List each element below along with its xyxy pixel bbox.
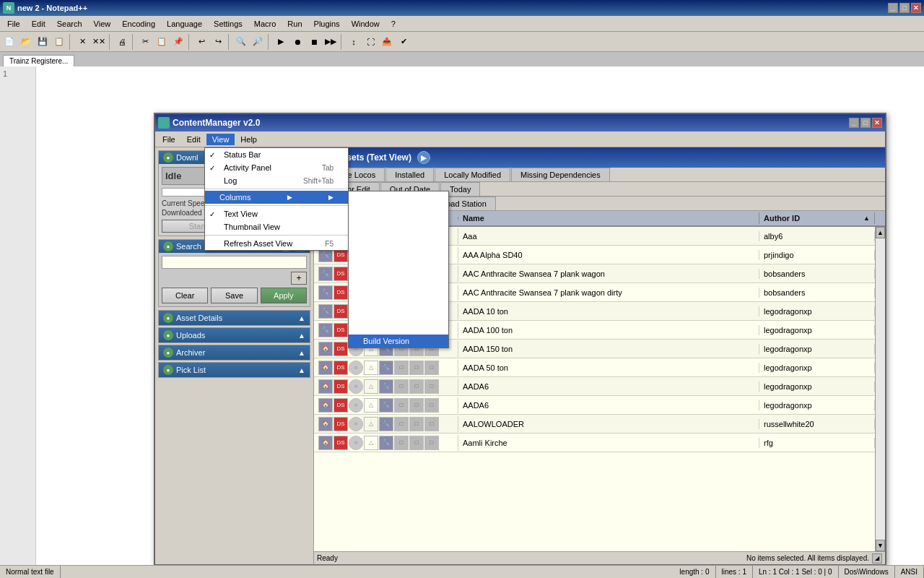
- tb-macro-stop[interactable]: ⏹: [306, 34, 322, 50]
- tb-full-screen[interactable]: ⛶: [362, 34, 378, 50]
- menu-text-view[interactable]: Text View: [205, 207, 348, 220]
- npp-menu-plugins[interactable]: Plugins: [308, 18, 346, 30]
- archiver-header[interactable]: ● Archiver ▲: [159, 345, 310, 360]
- col-size[interactable]: Size: [349, 322, 448, 335]
- status-encoding: ANSI: [895, 566, 924, 578]
- tb-find[interactable]: 🔍: [233, 34, 249, 50]
- cm-menu-file[interactable]: File: [157, 134, 181, 145]
- cm-minimize-btn[interactable]: _: [849, 118, 859, 128]
- menu-thumbnail-view[interactable]: Thumbnail View: [205, 220, 348, 233]
- menu-refresh-asset-view[interactable]: Refresh Asset View F5: [205, 237, 348, 250]
- table-row[interactable]: 🏠DS○△🔧□□□AADA6legodragonxp: [314, 396, 875, 415]
- menu-activity-panel[interactable]: Activity Panel Tab: [205, 161, 348, 174]
- menu-status-bar[interactable]: Status Bar: [205, 148, 348, 161]
- npp-tab-new2[interactable]: Trainz Registere...: [3, 55, 74, 66]
- tb-close[interactable]: ✕: [74, 34, 90, 50]
- scroll-track: [876, 238, 885, 540]
- row-name-cell: Aamli Kirche: [458, 438, 759, 448]
- tb-new[interactable]: 📄: [1, 34, 17, 50]
- npp-tab-bar: Trainz Registere...: [0, 52, 924, 66]
- npp-menu-run[interactable]: Run: [282, 18, 308, 30]
- tb-open[interactable]: 📂: [18, 34, 34, 50]
- home-icon: 🏠: [318, 398, 333, 413]
- npp-close-btn[interactable]: ✕: [911, 3, 921, 13]
- save-search-btn[interactable]: Save: [211, 288, 257, 303]
- tb-macro-play[interactable]: ▶▶: [323, 34, 339, 50]
- table-row[interactable]: 🏠DS○△🔧□□□AADA 50 tonlegodragonxp: [314, 358, 875, 377]
- npp-menu-settings[interactable]: Settings: [208, 18, 248, 30]
- th-author-id[interactable]: Author ID ▲: [759, 212, 875, 224]
- npp-maximize-btn[interactable]: □: [899, 3, 910, 13]
- tb-paste[interactable]: 📌: [170, 34, 186, 50]
- npp-menu-help[interactable]: ?: [385, 18, 401, 30]
- tb-save[interactable]: 💾: [35, 34, 51, 50]
- download-label: Downl: [176, 153, 199, 162]
- npp-menu-search[interactable]: Search: [51, 18, 88, 30]
- npp-menu-macro[interactable]: Macro: [248, 18, 282, 30]
- scroll-down-btn[interactable]: ▼: [876, 540, 885, 551]
- col-era[interactable]: Era: [349, 243, 448, 256]
- tab-installed[interactable]: Installed: [385, 168, 434, 181]
- col-modification-time[interactable]: Modification Time: [349, 282, 448, 296]
- cm-maximize-btn[interactable]: □: [860, 118, 871, 128]
- npp-titlebar: N new 2 - Notepad++ _ □ ✕: [0, 0, 924, 16]
- row-author-cell: bobsanders: [759, 288, 875, 298]
- tb-post[interactable]: 📤: [379, 34, 395, 50]
- uploads-header[interactable]: ● Uploads ▲: [159, 328, 310, 342]
- ds-icon: DS: [334, 361, 348, 375]
- tb-print[interactable]: 🖨: [114, 34, 130, 50]
- table-row[interactable]: 🏠DS○△🔧□□□AADA6legodragonxp: [314, 377, 875, 396]
- tb-save-all[interactable]: 📋: [51, 34, 67, 50]
- col-asset-kuid[interactable]: Asset KUID: [349, 256, 448, 269]
- scroll-up-btn[interactable]: ▲: [876, 227, 885, 238]
- box-icon: □: [394, 417, 409, 431]
- npp-menu-view[interactable]: View: [88, 18, 117, 30]
- apply-search-btn[interactable]: Apply: [261, 288, 307, 303]
- menu-log[interactable]: Log Shift+Tab: [205, 174, 348, 187]
- npp-menu-encoding[interactable]: Encoding: [116, 18, 161, 30]
- tb-redo[interactable]: ↪: [210, 34, 226, 50]
- box-icon: □: [409, 417, 424, 431]
- th-name[interactable]: Name: [458, 212, 759, 224]
- cm-menu-view[interactable]: View: [206, 134, 235, 145]
- tab-missing-dependencies[interactable]: Missing Dependencies: [511, 168, 610, 181]
- tb-copy[interactable]: 📋: [154, 34, 170, 50]
- search-input[interactable]: [162, 256, 307, 269]
- npp-menu-edit[interactable]: Edit: [26, 18, 51, 30]
- col-type[interactable]: Type: [349, 191, 448, 204]
- tab-locally-modified[interactable]: Locally Modified: [435, 168, 510, 181]
- table-row[interactable]: 🏠DS○△🔧□□□AALOWLOADERrussellwhite20: [314, 415, 875, 434]
- cm-close-btn[interactable]: ✕: [872, 118, 882, 128]
- col-name[interactable]: Name: [349, 217, 448, 230]
- table-scrollbar[interactable]: ▲ ▼: [875, 227, 885, 551]
- menu-columns[interactable]: Columns ▶ Type Status Name Author ID Era…: [205, 191, 348, 204]
- cm-menu-help[interactable]: Help: [235, 134, 263, 145]
- asset-details-header[interactable]: ● Asset Details ▲: [159, 311, 310, 325]
- cm-menu-edit[interactable]: Edit: [181, 134, 206, 145]
- col-status[interactable]: Status: [349, 204, 448, 217]
- tb-run[interactable]: ▶: [273, 34, 289, 50]
- tb-close-all[interactable]: ✕✕: [91, 34, 107, 50]
- npp-menu-file[interactable]: File: [1, 18, 26, 30]
- col-build-version[interactable]: Build Version: [349, 335, 448, 348]
- npp-menu-window[interactable]: Window: [346, 18, 385, 30]
- row-name-cell: AAA Alpha SD40: [458, 250, 759, 260]
- assets-nav-btn[interactable]: ▶: [417, 151, 430, 164]
- tb-undo[interactable]: ↩: [193, 34, 209, 50]
- tb-sync[interactable]: ↕: [346, 34, 362, 50]
- col-rating[interactable]: Rating: [349, 296, 448, 309]
- tb-cut[interactable]: ✂: [137, 34, 153, 50]
- clear-search-btn[interactable]: Clear: [162, 288, 208, 303]
- tb-zoom-in[interactable]: 🔎: [250, 34, 266, 50]
- col-installation-time[interactable]: Installation Time: [349, 269, 448, 282]
- npp-minimize-btn[interactable]: _: [888, 3, 898, 13]
- search-add-btn[interactable]: +: [291, 272, 307, 285]
- pick-list-header[interactable]: ● Pick List ▲: [159, 363, 310, 377]
- npp-menu-language[interactable]: Language: [161, 18, 208, 30]
- col-region[interactable]: Region: [349, 309, 448, 322]
- cm-resize-handle[interactable]: ◢: [872, 553, 882, 564]
- col-author-id[interactable]: Author ID: [349, 230, 448, 243]
- tb-macro-rec[interactable]: ⏺: [289, 34, 305, 50]
- tb-spellcheck[interactable]: ✔: [396, 34, 411, 50]
- table-row[interactable]: 🏠DS○△🔧□□□Aamli Kircherfg: [314, 434, 875, 452]
